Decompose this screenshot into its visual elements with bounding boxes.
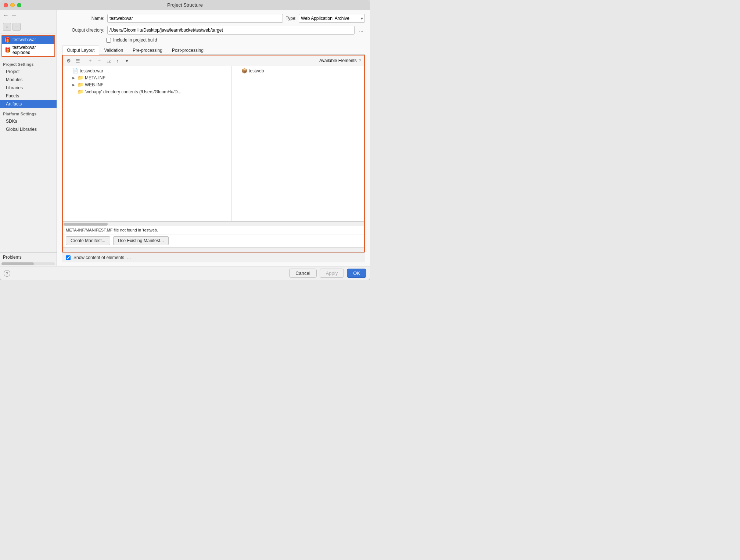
tree-label-webinf: WEB-INF (85, 82, 104, 87)
tab-validation[interactable]: Validation (99, 46, 128, 55)
show-content-settings-button[interactable]: ... (127, 255, 131, 260)
sidebar-bottom: Problems (0, 252, 57, 266)
layout-sort-btn[interactable]: ↓z (104, 57, 112, 65)
project-settings-section: Project Settings (0, 58, 57, 68)
sidebar-scrollbar (1, 262, 55, 265)
output-dir-label: Output directory: (62, 28, 104, 33)
tree-item-root[interactable]: 📄 testweb.war (63, 67, 231, 74)
ok-button[interactable]: OK (347, 269, 366, 278)
main-area: ← → + − 🎁 testweb:war 🎁 testweb:war expl… (0, 10, 370, 266)
forward-arrow[interactable]: → (11, 12, 17, 19)
output-dir-row: Output directory: ... (62, 26, 365, 35)
show-content-checkbox[interactable] (66, 255, 71, 260)
help-button[interactable]: ? (4, 270, 10, 277)
available-elements-panel: 📦 testweb (232, 66, 364, 221)
tree-toggle-webapp (71, 89, 76, 94)
cancel-button[interactable]: Cancel (289, 269, 316, 278)
remove-artifact-button[interactable]: − (12, 23, 21, 31)
include-in-build-row: Include in project build (62, 37, 365, 43)
layout-toolbar: ⚙ ☰ ＋ － ↓z ↑ ▾ Available Elements ? (63, 55, 364, 66)
tree-icon-root: 📄 (72, 68, 78, 73)
sidebar-item-problems[interactable]: Problems (0, 253, 57, 262)
layout-remove-btn[interactable]: － (95, 57, 103, 65)
name-label: Name: (62, 16, 104, 21)
project-structure-window: Project Structure ← → + − 🎁 testweb:war … (0, 0, 370, 280)
include-in-build-checkbox[interactable] (106, 38, 111, 43)
tabs-row: Output Layout Validation Pre-processing … (62, 46, 365, 55)
name-input[interactable] (107, 14, 283, 23)
back-arrow[interactable]: ← (3, 12, 9, 19)
artifact-item-war[interactable]: 🎁 testweb:war (2, 36, 54, 44)
window-title: Project Structure (167, 2, 203, 8)
manifest-buttons: Create Manifest... Use Existing Manifest… (63, 234, 364, 247)
footer-left: ? (4, 270, 10, 277)
artifact-item-war-exploded[interactable]: 🎁 testweb:war exploded (2, 44, 54, 56)
apply-button[interactable]: Apply (320, 269, 344, 278)
output-layout-area: ⚙ ☰ ＋ － ↓z ↑ ▾ Available Elements ? (62, 55, 365, 252)
browse-button[interactable]: ... (358, 27, 365, 33)
sidebar-item-modules[interactable]: Modules (0, 76, 57, 84)
tree-toggle-webinf[interactable]: ▶ (71, 82, 76, 87)
tree-label-webapp: 'webapp' directory contents (/Users/Gloo… (85, 89, 182, 94)
sidebar-nav: Project Settings Project Modules Librari… (0, 58, 57, 252)
layout-tree-panel: 📄 testweb.war ▶ 📁 META-INF ▶ 📁 (63, 66, 232, 221)
show-content-label: Show content of elements (73, 255, 124, 260)
name-row: Name: Type: Web Application: Archive ▼ (62, 14, 365, 23)
layout-content: 📄 testweb.war ▶ 📁 META-INF ▶ 📁 (63, 66, 364, 221)
tree-item-metainf[interactable]: ▶ 📁 META-INF (63, 74, 231, 81)
tab-post-processing[interactable]: Post-processing (167, 46, 208, 55)
sidebar-item-facets[interactable]: Facets (0, 92, 57, 100)
type-select-container: Web Application: Archive ▼ (299, 14, 365, 23)
create-manifest-button[interactable]: Create Manifest... (66, 236, 110, 245)
available-label-testweb: testweb (249, 68, 264, 73)
layout-add-btn[interactable]: ＋ (86, 57, 94, 65)
tree-item-webapp[interactable]: 📁 'webapp' directory contents (/Users/Gl… (63, 88, 231, 95)
type-select[interactable]: Web Application: Archive (299, 14, 365, 23)
tree-icon-webapp: 📁 (78, 89, 83, 94)
sidebar-item-sdks[interactable]: SDKs (0, 117, 57, 125)
sidebar-item-libraries[interactable]: Libraries (0, 84, 57, 92)
tree-icon-webinf: 📁 (78, 82, 83, 87)
tab-pre-processing[interactable]: Pre-processing (128, 46, 167, 55)
horizontal-scrollbar[interactable] (63, 222, 364, 226)
bottom-scrollbar[interactable] (63, 247, 364, 252)
warning-message: META-INF/MANIFEST.MF file not found in '… (63, 226, 364, 234)
layout-list-btn[interactable]: ☰ (74, 57, 82, 65)
available-icon-testweb: 📦 (241, 68, 247, 73)
maximize-button[interactable] (17, 3, 21, 7)
artifact-war-exploded-label: testweb:war exploded (12, 45, 52, 55)
use-existing-manifest-button[interactable]: Use Existing Manifest... (113, 236, 169, 245)
sidebar-item-project[interactable]: Project (0, 68, 57, 76)
toolbar-separator-1 (84, 58, 84, 64)
sidebar-item-global-libraries[interactable]: Global Libraries (0, 125, 57, 133)
include-in-build-label: Include in project build (113, 37, 157, 43)
bottom-panel: META-INF/MANIFEST.MF file not found in '… (63, 221, 364, 252)
artifact-war-label: testweb:war (12, 37, 36, 42)
tree-area: 📄 testweb.war ▶ 📁 META-INF ▶ 📁 (63, 66, 231, 221)
close-button[interactable] (4, 3, 8, 7)
artifact-war-icon: 🎁 (4, 37, 11, 43)
tab-output-layout[interactable]: Output Layout (62, 46, 99, 55)
platform-settings-section: Platform Settings (0, 108, 57, 117)
available-elements-header: Available Elements ? (318, 58, 362, 63)
bottom-toolbar: Show content of elements ... (62, 252, 365, 262)
sidebar-item-artifacts[interactable]: Artifacts (0, 100, 57, 108)
layout-up-btn[interactable]: ↑ (114, 57, 122, 65)
tree-toggle-root (66, 68, 71, 73)
tree-toggle-metainf[interactable]: ▶ (71, 75, 76, 80)
add-artifact-button[interactable]: + (3, 23, 11, 31)
output-dir-input[interactable] (107, 26, 355, 35)
layout-settings-btn[interactable]: ⚙ (65, 57, 73, 65)
available-tree-area: 📦 testweb (232, 66, 364, 221)
tree-item-webinf[interactable]: ▶ 📁 WEB-INF (63, 81, 231, 88)
available-tree-item-testweb[interactable]: 📦 testweb (232, 67, 364, 74)
minimize-button[interactable] (10, 3, 15, 7)
artifact-toolbar: + − (0, 21, 57, 33)
layout-more-btn[interactable]: ▾ (123, 57, 131, 65)
footer: ? Cancel Apply OK (0, 266, 370, 280)
tree-label-root: testweb.war (80, 68, 103, 73)
available-help-icon[interactable]: ? (359, 58, 361, 63)
content-area: Name: Type: Web Application: Archive ▼ O… (57, 10, 370, 266)
tree-label-metainf: META-INF (85, 75, 105, 80)
sidebar-scrollbar-thumb (1, 262, 34, 265)
